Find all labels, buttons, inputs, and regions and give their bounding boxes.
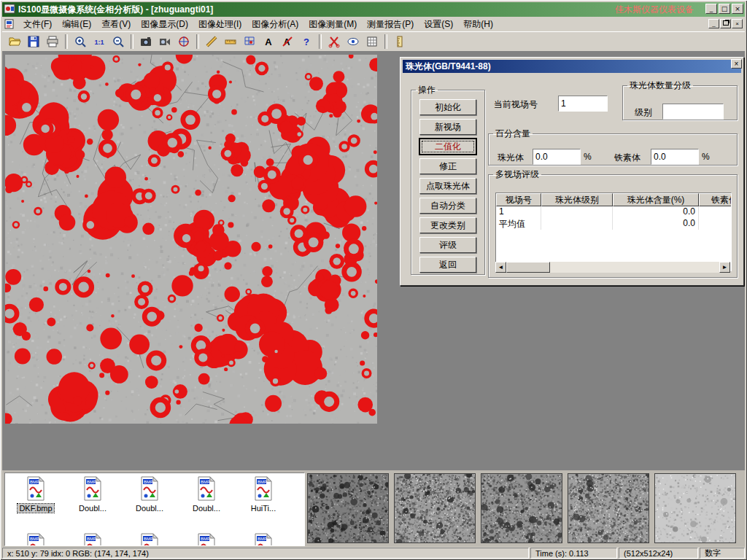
menu-item-2[interactable]: 查看(V) <box>96 17 136 32</box>
dialog-title-bar[interactable]: 珠光体(GB/T9441-88) <box>403 60 741 73</box>
zoom-out-button[interactable] <box>109 33 127 50</box>
scroll-right-button[interactable]: ► <box>719 262 730 273</box>
camera-button[interactable] <box>156 33 174 50</box>
scrollbar-track[interactable] <box>506 262 719 273</box>
cut-button[interactable] <box>325 33 343 50</box>
table-col-2[interactable]: 珠光体含量(%) <box>613 193 699 206</box>
filmstrip-thumbnail-2[interactable] <box>481 473 562 543</box>
operation-group-title: 操作 <box>416 84 438 96</box>
toolbar-separator <box>319 34 322 49</box>
open-button[interactable] <box>6 33 23 50</box>
ferrite-percent-input[interactable] <box>651 149 699 165</box>
menu-item-9[interactable]: 帮助(H) <box>458 17 498 32</box>
grid-measure-icon <box>243 35 256 48</box>
actual-size-button[interactable]: 1:1 <box>90 33 108 50</box>
table-row[interactable]: 10.0 <box>496 206 731 218</box>
table-horizontal-scrollbar[interactable]: ◄ ► <box>495 262 730 273</box>
op-button-1[interactable]: 新视场 <box>419 119 476 135</box>
child-restore-button[interactable] <box>720 19 731 28</box>
metallographic-image[interactable] <box>5 55 377 424</box>
help-button[interactable]: ? <box>298 33 315 50</box>
menu-item-0[interactable]: 文件(F) <box>18 17 57 32</box>
op-button-6[interactable]: 更改类别 <box>419 217 476 233</box>
grading-table-header: 视场号珠光体级别珠光体含量(%)铁素体 <box>496 193 731 206</box>
pearlite-percent-input[interactable] <box>533 149 581 165</box>
view-button[interactable] <box>344 33 362 50</box>
child-close-button[interactable]: × <box>732 19 743 28</box>
multi-field-grading-title: 多视场评级 <box>493 168 541 181</box>
toolbar-separator <box>196 34 199 49</box>
table-cell: 0.0 <box>613 206 699 218</box>
caliper-button[interactable] <box>203 33 220 50</box>
current-field-input[interactable] <box>558 96 608 112</box>
scroll-left-button[interactable]: ◄ <box>495 262 506 273</box>
operation-group: 操作 初始化新视场二值化修正点取珠光体自动分类更改类别评级返回 <box>411 84 485 275</box>
caliper2-button[interactable] <box>222 33 239 50</box>
menu-item-4[interactable]: 图像处理(I) <box>193 17 247 32</box>
image-filmstrip <box>307 473 736 543</box>
dialog-close-button[interactable]: × <box>731 59 742 69</box>
grid-measure-button[interactable] <box>241 33 258 50</box>
minimize-button[interactable]: _ <box>705 4 717 14</box>
table-col-0[interactable]: 视场号 <box>496 193 541 206</box>
table-row[interactable]: 平均值0.0 <box>496 218 731 230</box>
filmstrip-thumbnail-0[interactable] <box>307 473 389 543</box>
status-time: Time (s): 0.113 <box>530 548 617 559</box>
op-button-3[interactable]: 修正 <box>419 158 476 174</box>
file-item-row2-4[interactable]: BMP <box>237 533 290 546</box>
filmstrip-thumbnail-1[interactable] <box>394 473 476 543</box>
grid-button[interactable] <box>363 33 381 50</box>
file-item-4[interactable]: BMPHuiTi... <box>237 476 290 513</box>
status-bar: x: 510 y: 79 idx: 0 RGB: (174, 174, 174)… <box>2 548 745 559</box>
op-button-4[interactable]: 点取珠光体 <box>419 178 476 194</box>
close-button[interactable]: × <box>732 4 743 14</box>
status-image-size: (512x512x24) <box>619 548 698 559</box>
op-button-8[interactable]: 返回 <box>419 257 476 273</box>
scrollbar-thumb[interactable] <box>506 262 550 273</box>
file-label: Doubl... <box>191 504 222 513</box>
child-document-icon[interactable] <box>4 19 15 29</box>
file-item-row2-2[interactable]: BMP <box>123 533 176 546</box>
bmp-file-icon: BMP <box>123 476 176 503</box>
font-no-button[interactable]: A <box>279 33 296 50</box>
file-item-2[interactable]: BMPDoubl... <box>123 476 176 513</box>
op-button-7[interactable]: 评级 <box>419 237 476 253</box>
op-button-0[interactable]: 初始化 <box>419 99 476 115</box>
zoom-in-button[interactable] <box>71 33 89 50</box>
file-item-row2-3[interactable]: BMP <box>180 533 233 546</box>
menu-item-8[interactable]: 设置(S) <box>419 17 458 32</box>
print-button[interactable] <box>44 33 61 50</box>
save-button[interactable] <box>25 33 42 50</box>
capture-button[interactable] <box>137 33 155 50</box>
menu-item-3[interactable]: 图像显示(D) <box>136 17 193 32</box>
table-col-1[interactable]: 珠光体级别 <box>541 193 613 206</box>
op-button-5[interactable]: 自动分类 <box>419 198 476 214</box>
ruler-button[interactable] <box>391 33 409 50</box>
menu-item-1[interactable]: 编辑(E) <box>57 17 96 32</box>
zoom-in-icon <box>74 35 87 48</box>
measure-button[interactable] <box>175 33 193 50</box>
filmstrip-thumbnail-4[interactable] <box>654 473 736 543</box>
file-item-row2-0[interactable]: BMP <box>9 533 62 546</box>
op-button-2[interactable]: 二值化 <box>419 139 476 155</box>
view-icon <box>347 35 360 48</box>
menu-item-6[interactable]: 图像测量(M) <box>303 17 362 32</box>
window-title: IS100显微摄像系统(金相分析版) - [zhuguangti01] <box>18 4 213 16</box>
maximize-button[interactable]: □ <box>719 4 730 14</box>
font-button[interactable]: A <box>260 33 277 50</box>
filmstrip-thumbnail-3[interactable] <box>568 473 649 543</box>
svg-text:?: ? <box>303 36 309 47</box>
table-col-3[interactable]: 铁素体 <box>699 193 732 206</box>
svg-text:BMP: BMP <box>201 480 210 484</box>
child-minimize-button[interactable]: _ <box>708 19 719 28</box>
menu-item-7[interactable]: 测量报告(P) <box>362 17 419 32</box>
table-cell <box>699 206 732 218</box>
level-input[interactable] <box>662 104 724 120</box>
application-window: IS100显微摄像系统(金相分析版) - [zhuguangti01] 佳木斯仪… <box>0 0 747 560</box>
file-item-1[interactable]: BMPDoubl... <box>66 476 119 513</box>
file-item-row2-1[interactable]: BMP <box>66 533 119 546</box>
file-item-0[interactable]: BMPDKF.bmp <box>9 476 62 513</box>
menu-item-5[interactable]: 图像分析(A) <box>247 17 303 32</box>
svg-text:BMP: BMP <box>87 480 96 484</box>
file-item-3[interactable]: BMPDoubl... <box>180 476 233 513</box>
